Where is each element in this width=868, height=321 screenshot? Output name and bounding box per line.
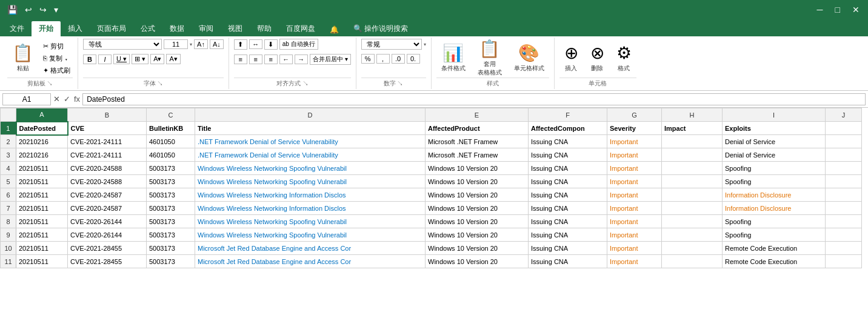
cell[interactable] xyxy=(826,242,862,255)
cell[interactable]: Windows 10 Version 20 xyxy=(426,228,529,242)
tab-review[interactable]: 审阅 xyxy=(192,21,221,36)
cell[interactable] xyxy=(826,255,862,268)
align-left-btn[interactable]: ≡ xyxy=(234,55,247,64)
col-header-j[interactable]: J xyxy=(826,108,862,122)
cell[interactable]: Spoofing xyxy=(723,162,826,175)
cell[interactable]: Microsoft Jet Red Database Engine and Ac… xyxy=(195,242,426,255)
cell[interactable]: Microsoft .NET Framew xyxy=(426,148,529,162)
bold-btn[interactable]: B xyxy=(83,55,96,64)
align-bottom-btn[interactable]: ⬇ xyxy=(264,39,278,50)
cell[interactable]: 20210511 xyxy=(16,202,68,215)
formula-input[interactable] xyxy=(82,93,866,105)
tab-insert[interactable]: 插入 xyxy=(61,21,90,36)
font-size-input[interactable] xyxy=(164,39,188,49)
cell[interactable]: 20210511 xyxy=(16,175,68,188)
close-btn[interactable]: ✕ xyxy=(849,4,863,16)
tab-search[interactable]: 🔍 操作说明搜索 xyxy=(346,21,415,36)
cell[interactable]: Important xyxy=(607,228,662,242)
cell[interactable] xyxy=(662,188,723,202)
cell[interactable]: 5003173 xyxy=(147,215,195,228)
row-number[interactable]: 3 xyxy=(1,148,16,162)
table-style-btn[interactable]: 📋 套用表格格式 xyxy=(473,39,507,76)
tab-formulas[interactable]: 公式 xyxy=(133,21,162,36)
undo-qat-btn[interactable]: ↩ xyxy=(22,4,35,16)
tab-pagelayout[interactable]: 页面布局 xyxy=(90,21,133,36)
cell[interactable]: CVE-2021-24111 xyxy=(68,135,147,148)
cell[interactable]: Remote Code Execution xyxy=(723,255,826,268)
cell[interactable]: CVE-2021-24111 xyxy=(68,148,147,162)
cell[interactable]: CVE-2021-28455 xyxy=(68,242,147,255)
cell[interactable] xyxy=(662,255,723,268)
row-number[interactable]: 2 xyxy=(1,135,16,148)
cell[interactable] xyxy=(826,202,862,215)
cell[interactable]: Issuing CNA xyxy=(529,255,607,268)
cell[interactable] xyxy=(826,122,862,135)
increase-decimal-btn[interactable]: .0 xyxy=(392,54,405,64)
cell[interactable]: Important xyxy=(607,175,662,188)
cell[interactable]: Windows 10 Version 20 xyxy=(426,175,529,188)
col-header-b[interactable]: B xyxy=(68,108,147,122)
col-header-a[interactable]: A xyxy=(16,108,68,122)
merge-btn[interactable]: 合并后居中 ▾ xyxy=(310,54,351,65)
cell[interactable]: 20210216 xyxy=(16,148,68,162)
cell[interactable]: CVE-2020-26144 xyxy=(68,228,147,242)
cell[interactable]: Spoofing xyxy=(723,215,826,228)
cell[interactable]: Important xyxy=(607,135,662,148)
cell[interactable]: Windows Wireless Networking Spoofing Vul… xyxy=(195,228,426,242)
font-select[interactable]: 等线 xyxy=(83,39,162,50)
cell[interactable] xyxy=(826,175,862,188)
cell[interactable]: 4601050 xyxy=(147,148,195,162)
cell[interactable]: 20210511 xyxy=(16,162,68,175)
decrease-decimal-btn[interactable]: 0. xyxy=(407,54,420,64)
cell[interactable]: Remote Code Execution xyxy=(723,242,826,255)
confirm-formula-icon[interactable]: ✓ xyxy=(64,94,70,104)
cell[interactable]: Windows Wireless Networking Information … xyxy=(195,188,426,202)
tab-file[interactable]: 文件 xyxy=(2,21,32,36)
row-number[interactable]: 11 xyxy=(1,255,16,268)
conditional-format-btn[interactable]: 📊 条件格式 xyxy=(436,39,470,76)
font-color-btn[interactable]: A▾ xyxy=(166,54,180,64)
tab-help[interactable]: 帮助 xyxy=(250,21,279,36)
cell[interactable]: Issuing CNA xyxy=(529,175,607,188)
cell[interactable]: Windows 10 Version 20 xyxy=(426,255,529,268)
cell[interactable]: CVE-2020-24587 xyxy=(68,202,147,215)
cell[interactable]: Issuing CNA xyxy=(529,215,607,228)
cell[interactable]: Issuing CNA xyxy=(529,202,607,215)
row-number[interactable]: 7 xyxy=(1,202,16,215)
cell[interactable]: Important xyxy=(607,242,662,255)
redo-qat-btn[interactable]: ↪ xyxy=(37,4,49,16)
cell[interactable]: Severity xyxy=(607,122,662,135)
cell[interactable]: CVE-2020-24587 xyxy=(68,188,147,202)
italic-btn[interactable]: I xyxy=(98,55,112,64)
cell[interactable]: Issuing CNA xyxy=(529,148,607,162)
tab-notify-icon[interactable]: 🔔 xyxy=(322,23,346,36)
cell[interactable]: 5003173 xyxy=(147,242,195,255)
font-shrink-btn[interactable]: A↓ xyxy=(210,39,224,49)
col-header-c[interactable]: C xyxy=(147,108,195,122)
col-header-e[interactable]: E xyxy=(426,108,529,122)
cell[interactable]: DatePosted xyxy=(16,122,68,135)
minimize-btn[interactable]: ─ xyxy=(813,4,827,16)
cell[interactable] xyxy=(662,242,723,255)
cell[interactable] xyxy=(662,175,723,188)
col-header-g[interactable]: G xyxy=(607,108,662,122)
cell[interactable]: Windows Wireless Networking Spoofing Vul… xyxy=(195,175,426,188)
cell[interactable]: 20210511 xyxy=(16,228,68,242)
underline-btn[interactable]: U ▾ xyxy=(113,54,130,64)
cell[interactable] xyxy=(662,162,723,175)
cell[interactable]: Microsoft Jet Red Database Engine and Ac… xyxy=(195,255,426,268)
cell[interactable]: Windows 10 Version 20 xyxy=(426,202,529,215)
cell[interactable]: Impact xyxy=(662,122,723,135)
cell[interactable]: Spoofing xyxy=(723,228,826,242)
cell[interactable]: Important xyxy=(607,148,662,162)
tab-baidudisk[interactable]: 百度网盘 xyxy=(279,21,322,36)
cell[interactable]: Exploits xyxy=(723,122,826,135)
paste-btn[interactable]: 📋 粘贴 xyxy=(7,39,38,76)
col-header-h[interactable]: H xyxy=(662,108,723,122)
border-btn[interactable]: ⊞ ▾ xyxy=(132,54,149,64)
cut-btn[interactable]: ✂ 剪切 xyxy=(41,41,73,52)
row-number[interactable]: 9 xyxy=(1,228,16,242)
number-format-select[interactable]: 常规 xyxy=(361,39,422,50)
copy-btn[interactable]: ⎘ 复制 ▾ xyxy=(41,53,73,64)
cell[interactable]: Windows 10 Version 20 xyxy=(426,162,529,175)
